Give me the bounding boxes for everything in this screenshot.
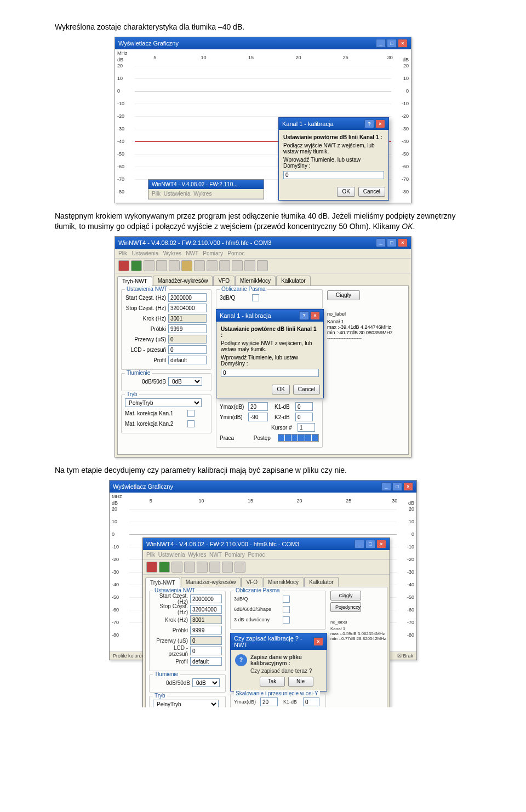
menu-item[interactable]: Plik: [146, 552, 155, 558]
yes-button[interactable]: Tak: [260, 677, 285, 687]
checkbox[interactable]: [283, 606, 290, 613]
close-icon[interactable]: ×: [403, 482, 413, 491]
toolbar-icon[interactable]: [131, 260, 142, 271]
k1-input[interactable]: [295, 402, 313, 411]
tryb-select[interactable]: PełnyTryb: [125, 398, 202, 407]
mat2-checkbox[interactable]: [187, 420, 195, 427]
profil-input[interactable]: [168, 356, 207, 364]
input[interactable]: [303, 697, 319, 706]
ymin-input[interactable]: [248, 413, 268, 421]
toolbar-icon[interactable]: [181, 260, 192, 271]
toolbar-icon[interactable]: [171, 562, 182, 573]
input[interactable]: [190, 605, 222, 614]
probki-input[interactable]: [168, 324, 207, 333]
app-titlebar[interactable]: WinNWT4 - V.4.08.02 - FW:2.110.V00 - hfm…: [115, 237, 411, 249]
ciagly-button[interactable]: Ciągły: [327, 290, 360, 300]
toolbar-icon[interactable]: [156, 260, 167, 271]
tab-kalkulator[interactable]: Kalkulator: [276, 276, 310, 285]
menu-plik[interactable]: Plik: [152, 191, 161, 197]
start-freq-input[interactable]: [168, 293, 207, 302]
menu-item[interactable]: Ustawienia: [158, 552, 185, 558]
menu-wykres[interactable]: Wykres: [193, 191, 211, 197]
toolbar-icon[interactable]: [159, 562, 170, 573]
input[interactable]: [190, 636, 222, 645]
no-button[interactable]: Nie: [288, 677, 313, 687]
toolbar-icon[interactable]: [184, 562, 195, 573]
lcd-input[interactable]: [168, 345, 207, 354]
chart-titlebar[interactable]: Wyświetlacz Graficzny _ □ ×: [115, 37, 411, 49]
checkbox[interactable]: [283, 596, 290, 603]
toolbar-icon[interactable]: [209, 562, 220, 573]
app-titlebar-partial[interactable]: WinNWT4 - V.4.08.02 - FW:2.110...: [148, 180, 264, 189]
minimize-icon[interactable]: _: [376, 39, 386, 48]
ciagly-button[interactable]: Ciągły: [330, 591, 361, 601]
toolbar-icon[interactable]: [222, 562, 233, 573]
close-icon[interactable]: ×: [376, 540, 386, 548]
menu-item[interactable]: Plik: [118, 250, 127, 256]
help-icon[interactable]: ?: [364, 119, 374, 128]
menu-ustawienia[interactable]: Ustawienia: [164, 191, 191, 197]
tab[interactable]: Tryb-NWT: [145, 577, 180, 587]
toolbar-icon[interactable]: [118, 260, 129, 271]
close-icon[interactable]: ×: [398, 238, 408, 247]
cancel-button[interactable]: Cancel: [293, 385, 320, 394]
tab-manadzer[interactable]: Manadżer-wykresów: [153, 276, 213, 285]
tab[interactable]: Manadżer-wykresów: [181, 577, 241, 587]
maximize-icon[interactable]: □: [387, 39, 397, 48]
app-titlebar[interactable]: WinNWT4 - V.4.08.02 - FW:2.110.V00 - hfm…: [143, 538, 390, 550]
attenuation-input[interactable]: [221, 369, 319, 377]
tryb-select[interactable]: PełnyTryb: [153, 700, 219, 707]
toolbar-icon[interactable]: [144, 260, 155, 271]
tab[interactable]: MiernikMocy: [263, 577, 304, 587]
menu-item[interactable]: Ustawienia: [132, 250, 158, 256]
input[interactable]: [260, 697, 278, 706]
toolbar-icon[interactable]: [257, 260, 268, 271]
kursor-input[interactable]: [298, 423, 315, 432]
maximize-icon[interactable]: □: [365, 540, 375, 548]
att-select[interactable]: 0dB: [192, 678, 220, 687]
tab-tryb-nwt[interactable]: Tryb-NWT: [117, 276, 152, 286]
minimize-icon[interactable]: _: [355, 540, 364, 548]
input[interactable]: [190, 657, 222, 666]
toolbar-icon[interactable]: [197, 562, 208, 573]
ymax-input[interactable]: [248, 402, 268, 411]
toolbar-icon[interactable]: [194, 260, 205, 271]
input[interactable]: [190, 626, 222, 634]
toolbar-icon[interactable]: [232, 260, 243, 271]
menu-item[interactable]: Wykres: [188, 552, 206, 558]
tab-vfo[interactable]: VFO: [213, 276, 235, 285]
maximize-icon[interactable]: □: [387, 238, 397, 247]
tab[interactable]: VFO: [241, 577, 262, 587]
chart-titlebar[interactable]: Wyświetlacz Graficzny _□×: [110, 481, 416, 493]
minimize-icon[interactable]: _: [381, 482, 391, 491]
input[interactable]: [190, 615, 222, 624]
close-icon[interactable]: ×: [313, 637, 323, 646]
menu-item[interactable]: Wykres: [163, 250, 181, 256]
modal-titlebar[interactable]: Czy zapisać kalibrację ? - NWT ×: [231, 633, 327, 650]
modal-titlebar[interactable]: Kanal 1 - kalibracja ?×: [216, 310, 323, 322]
menu-item[interactable]: NWT: [186, 250, 198, 256]
3db-checkbox[interactable]: [252, 294, 259, 301]
menu-item[interactable]: Pomoc: [248, 552, 265, 558]
toolbar-icon[interactable]: [219, 260, 230, 271]
minimize-icon[interactable]: _: [376, 238, 386, 247]
menu-item[interactable]: Pomoc: [227, 250, 244, 256]
toolbar-icon[interactable]: [169, 260, 180, 271]
toolbar-icon[interactable]: [207, 260, 218, 271]
toolbar-icon[interactable]: [235, 562, 245, 573]
input[interactable]: [190, 647, 222, 655]
attenuation-input[interactable]: [283, 171, 384, 179]
stop-freq-input[interactable]: [168, 304, 207, 312]
krok-input[interactable]: [168, 314, 207, 323]
tab-miernik[interactable]: MiernikMocy: [235, 276, 276, 285]
close-icon[interactable]: ×: [375, 119, 385, 128]
przerwy-input[interactable]: [168, 335, 207, 344]
menu-item[interactable]: NWT: [209, 552, 222, 558]
maximize-icon[interactable]: □: [392, 482, 402, 491]
menu-item[interactable]: Pomiary: [225, 552, 245, 558]
checkbox[interactable]: [283, 616, 290, 624]
tab[interactable]: Kalkulator: [304, 577, 338, 587]
toolbar-icon[interactable]: [146, 562, 157, 573]
ok-button[interactable]: OK: [272, 385, 289, 394]
close-icon[interactable]: ×: [310, 311, 320, 320]
